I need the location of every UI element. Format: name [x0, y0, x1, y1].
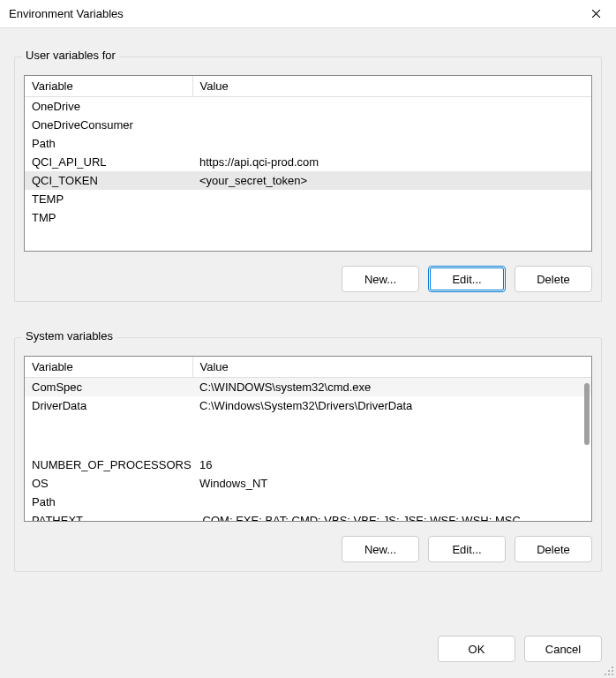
cell-value	[192, 190, 591, 208]
table-row[interactable]: OneDriveConsumer	[25, 116, 591, 134]
cell-value: C:\Windows\System32\Drivers\DriverData	[192, 396, 591, 415]
svg-point-3	[605, 674, 606, 675]
table-row[interactable]: NUMBER_OF_PROCESSORS16	[25, 456, 591, 474]
system-buttons-row: New... Edit... Delete	[24, 536, 592, 562]
cell-variable: PATHEXT	[25, 511, 192, 522]
column-header-variable[interactable]: Variable	[25, 76, 192, 97]
system-edit-button[interactable]: Edit...	[428, 536, 506, 562]
table-row[interactable]: PATHEXT.COM;.EXE;.BAT;.CMD;.VBS;.VBE;.JS…	[25, 511, 591, 522]
cell-variable: NUMBER_OF_PROCESSORS	[25, 456, 192, 474]
table-row[interactable]: OneDrive	[25, 97, 591, 117]
ok-button[interactable]: OK	[438, 636, 515, 662]
svg-point-4	[608, 674, 610, 675]
close-icon	[591, 9, 601, 19]
close-button[interactable]	[575, 0, 616, 28]
table-row[interactable]: TMP	[25, 208, 591, 227]
table-row[interactable]: ComSpecC:\WINDOWS\system32\cmd.exe	[25, 378, 591, 397]
cell-value: <your_secret_token>	[192, 171, 591, 190]
svg-point-5	[612, 674, 613, 675]
cell-variable: QCI_API_URL	[25, 153, 192, 171]
table-row[interactable]: OSWindows_NT	[25, 474, 591, 493]
cell-variable: DriverData	[25, 396, 192, 415]
svg-point-0	[612, 667, 613, 668]
dialog-footer: OK Cancel	[0, 630, 616, 678]
titlebar: Environment Variables	[0, 0, 616, 28]
column-header-value[interactable]: Value	[192, 357, 591, 378]
cell-value	[192, 97, 591, 117]
cell-value: .COM;.EXE;.BAT;.CMD;.VBS;.VBE;.JS;.JSE;.…	[192, 511, 591, 522]
table-row[interactable]: QCI_TOKEN<your_secret_token>	[25, 171, 591, 190]
cell-value: C:\WINDOWS\system32\cmd.exe	[192, 378, 591, 397]
cell-value	[192, 493, 591, 511]
resize-grip-icon[interactable]	[602, 664, 614, 676]
cell-value: Windows_NT	[192, 474, 591, 493]
table-row[interactable]: Path	[25, 493, 591, 511]
user-delete-button[interactable]: Delete	[515, 266, 592, 292]
dialog-content: User variables for Variable Value OneDri…	[0, 28, 616, 630]
system-delete-button[interactable]: Delete	[515, 536, 592, 562]
user-buttons-row: New... Edit... Delete	[24, 266, 592, 292]
table-row[interactable]: Path	[25, 134, 591, 153]
user-variables-table[interactable]: Variable Value OneDriveOneDriveConsumerP…	[25, 76, 591, 227]
user-variables-group: User variables for Variable Value OneDri…	[14, 56, 602, 302]
system-new-button[interactable]: New...	[342, 536, 419, 562]
dialog-title: Environment Variables	[9, 7, 124, 20]
system-variables-group: System variables Variable Value ComSpecC…	[14, 337, 602, 572]
user-new-button[interactable]: New...	[342, 266, 419, 292]
cell-variable: OneDrive	[25, 97, 192, 117]
cell-value: 16	[192, 456, 591, 474]
system-group-label: System variables	[22, 329, 116, 343]
cell-variable: ComSpec	[25, 378, 192, 397]
environment-variables-dialog: Environment Variables User variables for…	[0, 0, 616, 678]
table-spacer	[25, 415, 591, 456]
svg-point-2	[612, 670, 613, 672]
cell-value	[192, 116, 591, 134]
table-row[interactable]: QCI_API_URLhttps://api.qci-prod.com	[25, 153, 591, 171]
cancel-button[interactable]: Cancel	[524, 636, 602, 662]
cell-variable: OS	[25, 474, 192, 493]
column-header-variable[interactable]: Variable	[25, 357, 192, 378]
column-header-value[interactable]: Value	[192, 76, 591, 97]
user-edit-button[interactable]: Edit...	[428, 266, 506, 292]
user-group-label: User variables for	[22, 49, 119, 62]
table-row[interactable]: TEMP	[25, 190, 591, 208]
cell-variable: Path	[25, 134, 192, 153]
cell-variable: Path	[25, 493, 192, 511]
user-variables-table-container: Variable Value OneDriveOneDriveConsumerP…	[24, 75, 592, 252]
system-variables-table[interactable]: Variable Value ComSpecC:\WINDOWS\system3…	[25, 357, 591, 522]
cell-variable: TMP	[25, 208, 192, 227]
cell-variable: TEMP	[25, 190, 192, 208]
svg-point-1	[608, 670, 610, 672]
cell-variable: OneDriveConsumer	[25, 116, 192, 134]
cell-variable: QCI_TOKEN	[25, 171, 192, 190]
cell-value	[192, 134, 591, 153]
system-variables-table-container: Variable Value ComSpecC:\WINDOWS\system3…	[24, 356, 592, 522]
cell-value: https://api.qci-prod.com	[192, 153, 591, 171]
table-row[interactable]: DriverDataC:\Windows\System32\Drivers\Dr…	[25, 396, 591, 415]
cell-value	[192, 208, 591, 227]
system-scrollbar-thumb[interactable]	[584, 383, 590, 445]
